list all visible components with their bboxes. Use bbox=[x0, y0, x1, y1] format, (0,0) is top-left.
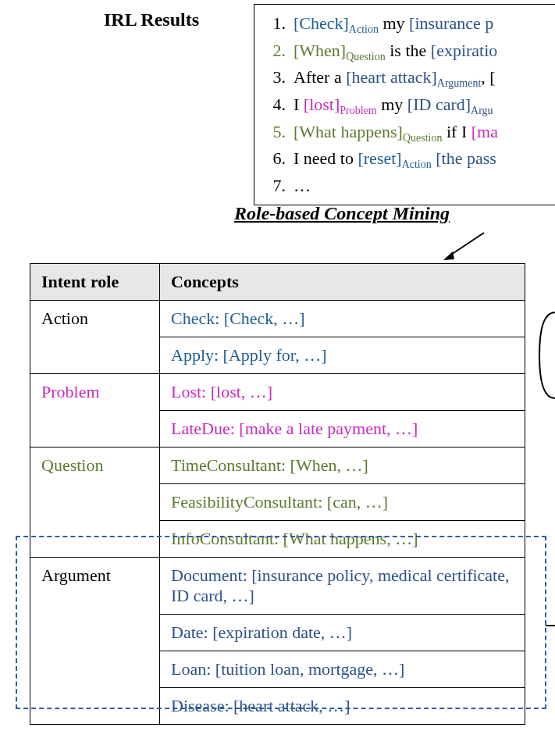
irl-item-1: 1.[Check]Action my [insurance p bbox=[265, 11, 546, 38]
irl-item-3: 3.After a [heart attack]Argument, [ bbox=[265, 65, 546, 92]
concept-cell: Lost: [lost, …] bbox=[160, 374, 525, 411]
role-question: Question bbox=[30, 448, 160, 558]
irl-num: 6. bbox=[265, 146, 286, 171]
concept-cell: Check: [Check, …] bbox=[160, 301, 525, 337]
concept-cell: Date: [expiration date, …] bbox=[160, 615, 525, 651]
concept-cell: InfoConsultant: [What happens, …] bbox=[160, 521, 525, 558]
irl-item-7: 7.… bbox=[265, 173, 546, 198]
svg-line-0 bbox=[449, 233, 484, 256]
irl-text: I [lost]Problem my [ID card]Argu bbox=[294, 94, 493, 114]
irl-text: [What happens]Question if I [ma bbox=[294, 122, 498, 141]
table-row: Action Check: [Check, …] bbox=[30, 301, 525, 337]
table-row: Problem Lost: [lost, …] bbox=[30, 374, 525, 411]
concept-cell: Document: [insurance policy, medical cer… bbox=[160, 558, 525, 615]
irl-item-2: 2.[When]Question is the [expiratio bbox=[265, 38, 546, 66]
table-header-row: Intent role Concepts bbox=[30, 264, 525, 301]
curve-decoration bbox=[535, 308, 555, 402]
irl-item-6: 6.I need to [reset]Action [the pass bbox=[265, 146, 546, 173]
irl-item-5: 5.[What happens]Question if I [ma bbox=[265, 119, 546, 147]
irl-item-4: 4.I [lost]Problem my [ID card]Argu bbox=[265, 92, 546, 119]
irl-text: … bbox=[294, 176, 311, 195]
concept-cell: Apply: [Apply for, …] bbox=[160, 337, 525, 374]
concept-cell: Loan: [tuition loan, mortgage, …] bbox=[160, 651, 525, 688]
role-argument: Argument bbox=[30, 558, 160, 725]
irl-text: I need to [reset]Action [the pass bbox=[294, 148, 496, 168]
role-action: Action bbox=[30, 301, 160, 374]
irl-num: 2. bbox=[265, 38, 286, 63]
header-intent-role: Intent role bbox=[30, 264, 160, 301]
concept-cell: LateDue: [make a late payment, …] bbox=[160, 411, 525, 448]
irl-num: 3. bbox=[265, 65, 286, 90]
header-concepts: Concepts bbox=[160, 264, 525, 301]
table-row: Question TimeConsultant: [When, …] bbox=[30, 448, 525, 484]
irl-text: [When]Question is the [expiratio bbox=[294, 41, 497, 60]
irl-num: 7. bbox=[265, 173, 286, 198]
irl-results-title: IRL Results bbox=[104, 9, 199, 30]
concept-cell: TimeConsultant: [When, …] bbox=[160, 448, 525, 484]
irl-text: [Check]Action my [insurance p bbox=[294, 13, 493, 33]
irl-num: 4. bbox=[265, 92, 286, 117]
section-title: Role-based Concept Mining bbox=[234, 203, 450, 224]
connector-stub bbox=[546, 625, 555, 626]
svg-marker-1 bbox=[443, 251, 454, 260]
arrow-icon bbox=[441, 230, 488, 262]
table-row: Argument Document: [insurance policy, me… bbox=[30, 558, 525, 615]
role-problem: Problem bbox=[30, 374, 160, 448]
concept-table: Intent role Concepts Action Check: [Chec… bbox=[30, 263, 525, 725]
irl-num: 5. bbox=[265, 119, 286, 144]
irl-results-box: 1.[Check]Action my [insurance p 2.[When]… bbox=[254, 4, 555, 205]
irl-text: After a [heart attack]Argument, [ bbox=[294, 67, 496, 87]
concept-cell: FeasibilityConsultant: [can, …] bbox=[160, 484, 525, 521]
concept-cell: Disease: [heart attack, …] bbox=[160, 688, 525, 725]
irl-num: 1. bbox=[265, 11, 286, 36]
